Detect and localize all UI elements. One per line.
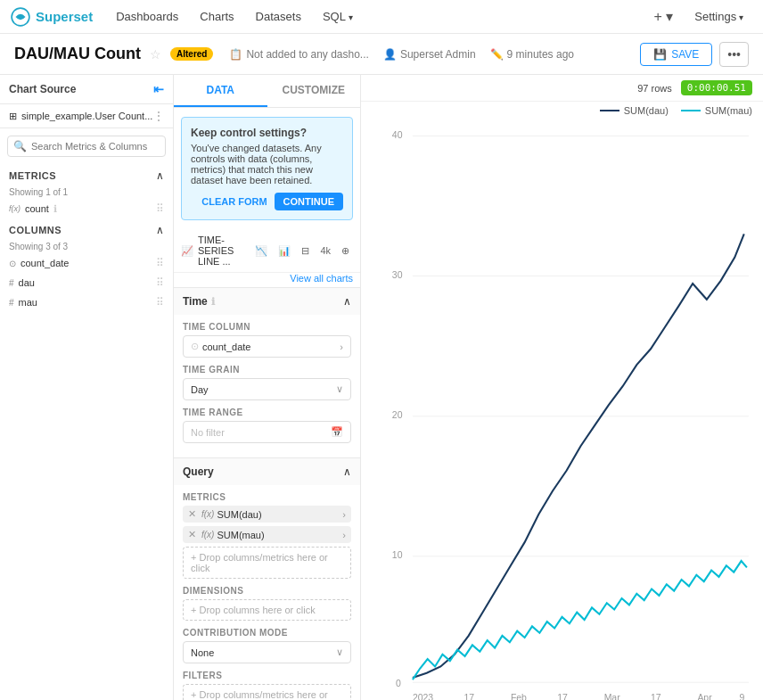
notif-title: Keep control settings? bbox=[191, 127, 343, 139]
time-column-control: TIME COLUMN ⊙ count_date › bbox=[183, 322, 351, 358]
time-range-label: TIME RANGE bbox=[183, 408, 351, 417]
drag-handle-col-0[interactable]: ⠿ bbox=[156, 257, 164, 269]
tab-customize[interactable]: CUSTOMIZE bbox=[267, 75, 361, 107]
dataset-more-icon[interactable]: ⋮ bbox=[153, 110, 164, 122]
chart-icon-bar[interactable]: 📊 bbox=[275, 243, 294, 259]
chart-icon-table[interactable]: ⊟ bbox=[298, 243, 313, 259]
chart-icon-line[interactable]: 📉 bbox=[251, 243, 271, 259]
query-section-header[interactable]: Query ∧ bbox=[174, 457, 360, 485]
drop-dimensions-zone[interactable]: + Drop columns here or click bbox=[183, 599, 351, 621]
metric-chip-mau-arrow: › bbox=[342, 530, 346, 540]
search-input[interactable] bbox=[7, 136, 166, 157]
altered-badge: Altered bbox=[170, 47, 213, 61]
time-range-input[interactable]: No filter 📅 bbox=[183, 421, 351, 443]
chart-type-label: 📈 TIME-SERIES LINE ... bbox=[181, 235, 251, 267]
time-column-label: TIME COLUMN bbox=[183, 322, 351, 332]
expand-icon[interactable]: ⇤ bbox=[153, 82, 164, 96]
metrics-ctrl-label: METRICS bbox=[183, 492, 351, 502]
y-label-20: 20 bbox=[392, 410, 403, 420]
contribution-control: CONTRIBUTION MODE None ∨ bbox=[183, 628, 351, 663]
clear-form-button[interactable]: CLEAR FORM bbox=[201, 193, 267, 210]
contribution-chevron: ∨ bbox=[336, 646, 343, 658]
columns-title: Columns bbox=[9, 225, 62, 235]
star-icon[interactable]: ☆ bbox=[150, 47, 161, 62]
time-meta: ✏️ 9 minutes ago bbox=[490, 48, 574, 61]
query-collapse-icon: ∧ bbox=[343, 465, 351, 478]
col-name-2: mau bbox=[19, 297, 37, 308]
col-name-0: count_date bbox=[21, 258, 69, 268]
logo-text: Superset bbox=[36, 9, 93, 24]
chart-icon-more[interactable]: ⊕ bbox=[338, 243, 353, 259]
time-column-select[interactable]: ⊙ count_date › bbox=[183, 335, 351, 358]
chart-area: 97 rows 0:00:00.51 SUM(dau) SUM(mau) 40 … bbox=[361, 75, 763, 700]
remove-mau-icon[interactable]: ✕ bbox=[188, 529, 196, 540]
metric-chip-dau-label: f(x) SUM(dau) bbox=[201, 509, 262, 520]
chart-header: DAU/MAU Count ☆ Altered 📋 Not added to a… bbox=[0, 34, 763, 75]
time-range-placeholder: No filter bbox=[191, 427, 225, 438]
top-nav: Superset Dashboards Charts Datasets SQL … bbox=[0, 0, 763, 34]
info-icon: ℹ bbox=[53, 203, 57, 215]
columns-section-header[interactable]: Columns ∧ bbox=[0, 218, 173, 242]
mau-line bbox=[413, 561, 747, 679]
drag-handle-col-2[interactable]: ⠿ bbox=[156, 296, 164, 309]
metric-chip-dau-arrow: › bbox=[342, 509, 346, 520]
chart-title: DAU/MAU Count bbox=[14, 45, 141, 63]
metrics-title: Metrics bbox=[9, 170, 56, 181]
notification-box: Keep control settings? You've changed da… bbox=[181, 117, 353, 220]
drag-handle[interactable]: ⠿ bbox=[156, 202, 164, 215]
user-meta: 👤 Superset Admin bbox=[383, 48, 476, 61]
metric-row: f(x) count ℹ ⠿ bbox=[0, 199, 173, 218]
col-name-1: dau bbox=[19, 277, 35, 288]
time-grain-select[interactable]: Day ∨ bbox=[183, 378, 351, 400]
notif-body: You've changed datasets. Any controls wi… bbox=[191, 143, 343, 185]
time-column-arrow: › bbox=[340, 342, 343, 352]
view-all-charts[interactable]: View all charts bbox=[174, 273, 360, 284]
metric-chip-dau[interactable]: ✕ f(x) SUM(dau) › bbox=[183, 506, 351, 523]
metric-chip-mau-label: f(x) SUM(mau) bbox=[201, 530, 265, 540]
chart-icon-4k[interactable]: 4k bbox=[316, 243, 334, 259]
chart-icons: 📉 📊 ⊟ 4k ⊕ bbox=[251, 243, 353, 259]
drop-metrics-zone[interactable]: + Drop columns/metrics here or click bbox=[183, 547, 351, 579]
nav-dashboards[interactable]: Dashboards bbox=[107, 6, 187, 27]
header-meta: 📋 Not added to any dasho... 👤 Superset A… bbox=[229, 48, 574, 61]
x-label-mar: Mar bbox=[604, 693, 621, 700]
metric-chip-mau[interactable]: ✕ f(x) SUM(mau) › bbox=[183, 526, 351, 543]
continue-button[interactable]: CONTINUE bbox=[275, 193, 343, 210]
tabs-bar: DATA CUSTOMIZE bbox=[174, 75, 360, 108]
superset-logo-icon bbox=[11, 7, 30, 27]
save-icon: 💾 bbox=[653, 48, 667, 61]
contribution-select[interactable]: None ∨ bbox=[183, 641, 351, 663]
nav-sql[interactable]: SQL bbox=[314, 6, 362, 27]
drop-filters-zone[interactable]: + Drop columns/metrics here or click bbox=[183, 684, 351, 700]
new-item-button[interactable]: + ▾ bbox=[648, 4, 678, 29]
left-panel: Chart Source ⇤ ⊞ simple_example.User Cou… bbox=[0, 75, 174, 700]
drag-handle-col-1[interactable]: ⠿ bbox=[156, 276, 164, 289]
func-tag: f(x) bbox=[9, 204, 21, 213]
legend-mau-label: SUM(mau) bbox=[705, 105, 752, 116]
col-label-2: # mau bbox=[9, 297, 37, 308]
remove-dau-icon[interactable]: ✕ bbox=[188, 508, 196, 520]
dataset-name: ⊞ simple_example.User Count... bbox=[9, 111, 152, 122]
row-count: 97 rows bbox=[637, 83, 672, 94]
columns-count: Showing 3 of 3 bbox=[0, 242, 173, 251]
contribution-label: CONTRIBUTION MODE bbox=[183, 628, 351, 638]
metrics-count: Showing 1 of 1 bbox=[0, 187, 173, 197]
legend-mau: SUM(mau) bbox=[681, 105, 752, 116]
tab-data[interactable]: DATA bbox=[174, 75, 267, 107]
col-label-1: # dau bbox=[9, 277, 35, 288]
more-button[interactable]: ••• bbox=[719, 42, 749, 67]
time-range-control: TIME RANGE No filter 📅 bbox=[183, 408, 351, 443]
main-layout: Chart Source ⇤ ⊞ simple_example.User Cou… bbox=[0, 75, 763, 700]
search-icon: 🔍 bbox=[13, 140, 27, 152]
time-grain-control: TIME GRAIN Day ∨ bbox=[183, 365, 351, 400]
settings-button[interactable]: Settings bbox=[685, 6, 752, 27]
metric-name: count bbox=[25, 203, 49, 214]
time-section-header[interactable]: Time ℹ ∧ bbox=[174, 287, 360, 315]
nav-logo: Superset bbox=[11, 7, 93, 27]
save-button[interactable]: 💾 SAVE bbox=[640, 43, 712, 66]
x-label-2023: 2023 bbox=[413, 693, 433, 700]
nav-charts[interactable]: Charts bbox=[191, 6, 242, 27]
nav-datasets[interactable]: Datasets bbox=[247, 6, 310, 27]
metrics-section-header[interactable]: Metrics ∧ bbox=[0, 164, 173, 187]
chart-source-header: Chart Source ⇤ bbox=[0, 75, 173, 104]
